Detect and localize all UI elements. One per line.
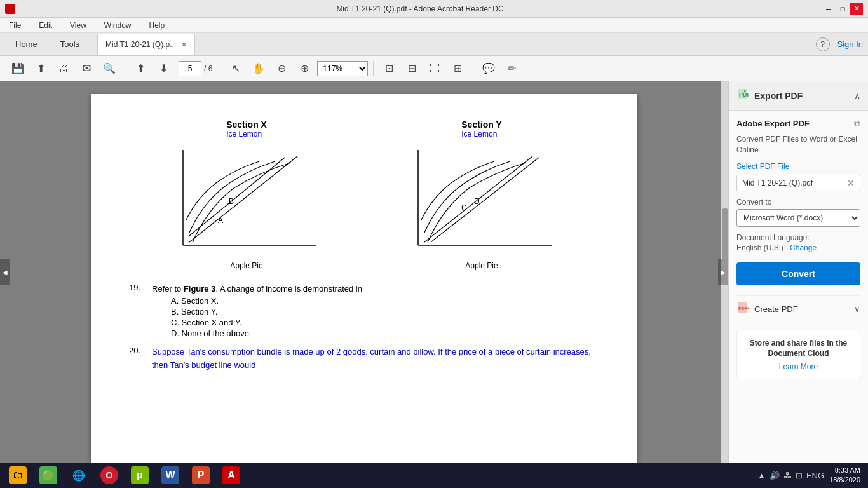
acrobat-icon: A	[222, 466, 240, 484]
comment-button[interactable]: 💬	[478, 58, 499, 79]
tray-lang[interactable]: ENG	[806, 471, 824, 480]
menu-view[interactable]: View	[66, 20, 90, 31]
sign-in-button[interactable]: Sign In	[837, 39, 863, 49]
save-button[interactable]: 💾	[8, 58, 28, 79]
upload-button[interactable]: ⬆	[31, 58, 51, 79]
taskbar-word[interactable]: W	[156, 464, 184, 487]
word-icon: W	[161, 466, 179, 484]
adobe-export-desc: Convert PDF Files to Word or Excel Onlin…	[736, 134, 860, 156]
taskbar-opera[interactable]: O	[95, 464, 123, 487]
adobe-export-section: Adobe Export PDF ⧉ Convert PDF Files to …	[736, 118, 860, 252]
annotate-button[interactable]: ✏	[501, 58, 522, 79]
section-headers: Section X Ice Lemon Section Y Ice Lemon	[129, 119, 599, 139]
search-button[interactable]: 🔍	[99, 58, 119, 79]
section-x-block: Section X Ice Lemon	[226, 119, 267, 139]
fit-page-button[interactable]: ⊡	[379, 58, 399, 79]
powerpoint-icon: P	[192, 466, 210, 484]
minimize-button[interactable]: ─	[822, 3, 835, 15]
taskbar-file-explorer[interactable]: 🗂	[4, 464, 32, 487]
question-20: 20. Suppose Tan's consumption bundle is …	[129, 346, 599, 372]
right-panel-toggle[interactable]: ▶	[718, 259, 728, 285]
prev-page-button[interactable]: ⬆	[130, 58, 151, 79]
doc-lang-label: Document Language:	[736, 233, 860, 242]
next-page-button[interactable]: ⬇	[153, 58, 173, 79]
taskbar-powerpoint[interactable]: P	[187, 464, 215, 487]
close-button[interactable]: ✕	[850, 3, 863, 15]
svg-text:D: D	[474, 197, 480, 206]
title-bar: Mid T1 20-21 (Q).pdf - Adobe Acrobat Rea…	[0, 0, 868, 18]
read-mode-button[interactable]: ⊞	[447, 58, 468, 79]
page-navigation: 5 / 6	[179, 61, 212, 76]
email-button[interactable]: ✉	[76, 58, 97, 79]
learn-more-link[interactable]: Learn More	[779, 362, 818, 371]
panel-title: Export PDF	[754, 91, 803, 101]
menu-edit[interactable]: Edit	[35, 20, 56, 31]
panel-collapse-button[interactable]: ∧	[854, 91, 860, 101]
svg-text:PDF+: PDF+	[738, 306, 749, 311]
adobe-export-header: Adobe Export PDF ⧉	[736, 118, 860, 129]
q19-num: 19.	[129, 283, 152, 339]
menu-help[interactable]: Help	[146, 20, 169, 31]
toolbar: 💾 ⬆ 🖨 ✉ 🔍 ⬆ ⬇ 5 / 6 ↖ ✋ ⊖ ⊕ 117% ⊡ ⊟ ⛶ ⊞…	[0, 56, 868, 81]
left-panel-toggle[interactable]: ◀	[0, 259, 10, 285]
tab-document[interactable]: Mid T1 20-21 (Q).p... ✕	[97, 34, 195, 55]
tab-tools[interactable]: Tools	[50, 33, 90, 56]
convert-button[interactable]: Convert	[736, 262, 860, 285]
file-explorer-icon: 🗂	[9, 466, 27, 484]
full-screen-button[interactable]: ⛶	[424, 58, 445, 79]
cursor-button[interactable]: ↖	[226, 58, 246, 79]
chrome-icon: 🌐	[70, 466, 88, 484]
graphs-row: B A Apple Pie	[129, 144, 599, 270]
export-pdf-icon: PDF	[736, 88, 749, 104]
tray-network[interactable]: 🖧	[783, 471, 792, 480]
tab-close-button[interactable]: ✕	[181, 41, 187, 49]
title-bar-left	[5, 4, 18, 14]
change-language-link[interactable]: Change	[790, 243, 817, 252]
taskbar-utorrent[interactable]: μ	[126, 464, 154, 487]
taskbar-browser1[interactable]: 🟢	[34, 464, 62, 487]
pdf-area[interactable]: ◀ Section X Ice Lemon Section Y Ice Lemo…	[0, 81, 728, 463]
pdf-scrollbar-thumb[interactable]	[722, 208, 728, 259]
system-tray-icons: ▲ 🔊 🖧 ⊡ ENG	[757, 471, 824, 480]
fit-width-button[interactable]: ⊟	[402, 58, 422, 79]
create-pdf-expand[interactable]: ∨	[854, 304, 860, 314]
opera-icon: O	[100, 466, 118, 484]
graph-y-svg: C D	[393, 144, 558, 258]
convert-format-select[interactable]: Microsoft Word (*.docx)	[736, 209, 860, 227]
tray-speaker[interactable]: 🔊	[770, 471, 780, 480]
q19-option-a: A. Section X.	[171, 296, 362, 306]
zoom-in-button[interactable]: ⊕	[294, 58, 315, 79]
toolbar-divider-3	[373, 61, 374, 76]
toolbar-divider-4	[473, 61, 473, 76]
tab-home[interactable]: Home	[5, 33, 48, 56]
page-total: / 6	[204, 64, 212, 73]
tray-battery[interactable]: ⊡	[796, 471, 803, 480]
taskbar-acrobat[interactable]: A	[217, 464, 245, 487]
section-y-sub: Ice Lemon	[461, 130, 502, 139]
pdf-filename: Mid T1 20-21 (Q).pdf	[742, 179, 813, 187]
panel-header-left: PDF Export PDF	[736, 88, 803, 104]
q19-option-c: C. Section X and Y.	[171, 318, 362, 327]
print-button[interactable]: 🖨	[53, 58, 74, 79]
pdf-remove-button[interactable]: ✕	[847, 178, 855, 188]
menu-window[interactable]: Window	[100, 20, 135, 31]
zoom-out-button[interactable]: ⊖	[271, 58, 292, 79]
hand-button[interactable]: ✋	[248, 58, 269, 79]
taskbar-right: ▲ 🔊 🖧 ⊡ ENG 8:33 AM 18/8/2020	[757, 466, 865, 485]
menu-file[interactable]: File	[5, 20, 25, 31]
copy-icon[interactable]: ⧉	[854, 118, 860, 129]
q20-text: Suppose Tan's consumption bundle is made…	[152, 346, 599, 372]
main-area: ◀ Section X Ice Lemon Section Y Ice Lemo…	[0, 81, 868, 463]
maximize-button[interactable]: □	[836, 3, 849, 15]
page-input[interactable]: 5	[179, 61, 201, 76]
svg-line-3	[189, 158, 285, 236]
tray-arrow[interactable]: ▲	[757, 471, 766, 480]
svg-text:A: A	[218, 216, 223, 225]
taskbar-clock[interactable]: 8:33 AM 18/8/2020	[829, 466, 860, 485]
zoom-select[interactable]: 117%	[317, 61, 368, 76]
taskbar-date-display: 18/8/2020	[829, 475, 860, 485]
help-button[interactable]: ?	[816, 37, 830, 51]
taskbar-chrome[interactable]: 🌐	[65, 464, 93, 487]
section-y-title: Section Y	[461, 119, 502, 130]
doc-lang-value: English (U.S.) Change	[736, 243, 860, 252]
